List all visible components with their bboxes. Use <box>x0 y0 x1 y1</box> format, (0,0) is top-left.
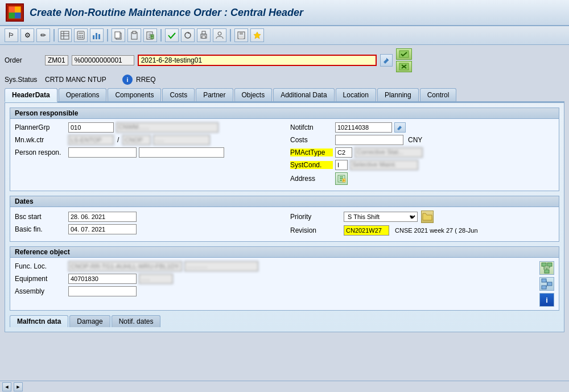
main-content: Order ZM01 %00000000001 Sys.Status CRTD … <box>0 45 569 336</box>
separator1 <box>53 29 55 42</box>
ref-navigate-btn[interactable] <box>539 277 554 291</box>
mn-wk-ctr-input1[interactable] <box>68 135 114 145</box>
sub-tab-notif-dates[interactable]: Notif. dates <box>112 315 161 327</box>
svg-rect-34 <box>202 36 205 38</box>
edit-description-btn[interactable] <box>380 54 393 67</box>
basic-fin-input[interactable] <box>68 224 137 234</box>
tab-location[interactable]: Location <box>336 88 376 101</box>
person-respon-row: Person respon. <box>15 147 279 158</box>
chart-btn[interactable] <box>90 28 104 42</box>
save-toolbar-btn[interactable] <box>234 28 248 42</box>
sys-status-label: Sys.Status <box>5 76 42 84</box>
notifctn-input[interactable] <box>335 122 392 133</box>
star-btn[interactable] <box>250 28 264 42</box>
table-btn[interactable] <box>58 28 72 42</box>
pmact-row: PMActType Corrective Stat... <box>290 147 554 158</box>
svg-point-11 <box>79 35 80 36</box>
revision-input[interactable] <box>344 225 389 236</box>
person-respon-label: Person respon. <box>15 148 66 156</box>
svg-rect-21 <box>115 32 120 38</box>
pmact-desc: Corrective Stat... <box>354 147 423 158</box>
address-btn[interactable] <box>335 172 348 185</box>
info-icon[interactable]: i <box>122 75 133 85</box>
refresh-btn[interactable] <box>181 28 195 42</box>
check-btn[interactable] <box>165 28 179 42</box>
pmact-input[interactable] <box>335 147 352 158</box>
save-btn-1[interactable] <box>396 48 412 60</box>
assembly-row: Assembly <box>15 286 523 296</box>
planner-grp-row: PlannerGrp CNWM...... <box>15 122 279 133</box>
scroll-left-btn[interactable]: ◄ <box>2 382 11 391</box>
costs-row: Costs CNY <box>290 135 554 145</box>
order-type-field[interactable]: ZM01 <box>45 55 68 65</box>
clipboard-btn[interactable] <box>127 28 141 42</box>
title-bar: Create Non-Routine Maintenance Order : C… <box>0 0 569 26</box>
mn-wk-ctr-input2[interactable] <box>122 135 151 145</box>
tab-header-data[interactable]: HeaderData <box>5 88 57 102</box>
tab-components[interactable]: Components <box>108 88 161 101</box>
basic-fin-row: Basic fin. <box>15 224 279 234</box>
ref-info-btn[interactable]: i <box>539 293 554 307</box>
svg-rect-37 <box>240 32 243 35</box>
tab-costs[interactable]: Costs <box>162 88 195 101</box>
ref-structure-btn[interactable] <box>539 261 554 275</box>
order-number-field[interactable]: %00000000001 <box>72 55 134 65</box>
edit-btn[interactable]: ✏ <box>36 28 50 42</box>
tab-control[interactable]: Control <box>420 88 457 101</box>
tab-partner[interactable]: Partner <box>196 88 233 101</box>
copy-btn[interactable] <box>112 28 125 42</box>
person-respon-input2[interactable] <box>139 147 224 158</box>
systcond-input[interactable] <box>335 160 348 170</box>
equipment-row: Equipment ..... <box>15 274 523 284</box>
bsc-start-label: Bsc start <box>15 213 66 221</box>
flag-btn[interactable]: 🏳 <box>5 28 18 42</box>
reference-title: Reference object <box>10 247 559 258</box>
dates-folder-btn[interactable] <box>421 211 434 223</box>
tab-additional-data[interactable]: Additional Data <box>273 88 334 101</box>
assembly-input[interactable] <box>68 286 137 296</box>
svg-point-16 <box>82 37 83 38</box>
scroll-right-btn[interactable]: ► <box>14 382 23 391</box>
costs-input[interactable] <box>335 135 403 145</box>
svg-rect-54 <box>545 270 549 273</box>
dates-left: Bsc start Basic fin. <box>15 212 279 237</box>
save-btn-2[interactable] <box>396 61 412 72</box>
tab-operations[interactable]: Operations <box>59 88 107 101</box>
reference-body: Func. Loc. ............ Equipment ..... … <box>10 258 559 310</box>
equipment-input[interactable] <box>68 274 137 284</box>
sys-status-value: CRTD MANC NTUP <box>45 76 119 84</box>
content-area: Person responsible PlannerGrp CNWM......… <box>5 102 564 332</box>
priority-select[interactable]: S This Shift 1 High 2 Medium 3 Low <box>344 212 418 222</box>
bsc-start-input[interactable] <box>68 212 137 222</box>
equipment-desc: ..... <box>139 274 173 284</box>
notifctn-edit-btn[interactable] <box>394 122 406 133</box>
svg-rect-23 <box>133 31 136 34</box>
svg-rect-19 <box>98 34 100 39</box>
order-description-input[interactable] <box>138 55 377 66</box>
revision-label: Revision <box>290 226 341 234</box>
tab-planning[interactable]: Planning <box>377 88 419 101</box>
planner-grp-label: PlannerGrp <box>15 123 66 131</box>
tab-objects[interactable]: Objects <box>234 88 273 101</box>
assembly-label: Assembly <box>15 287 66 295</box>
print-btn[interactable] <box>197 28 211 42</box>
person-respon-input1[interactable] <box>68 147 137 158</box>
svg-rect-38 <box>239 36 244 39</box>
mn-wk-ctr-desc: ..... <box>153 135 210 145</box>
sub-tab-damage[interactable]: Damage <box>69 315 110 327</box>
costs-label: Costs <box>290 136 333 144</box>
mn-wk-ctr-row: Mn.wk.ctr / ..... <box>15 135 279 145</box>
func-loc-input[interactable] <box>68 261 182 271</box>
calc-btn[interactable] <box>74 28 88 42</box>
priority-label: Priority <box>290 213 341 221</box>
paste-btn[interactable] <box>143 28 157 42</box>
planner-grp-input[interactable] <box>68 122 114 133</box>
sub-tab-malfnctn[interactable]: Malfnctn data <box>10 315 68 327</box>
sub-tabs: Malfnctn data Damage Notif. dates <box>10 315 559 327</box>
systcond-row: SystCond. Selective Maint. <box>290 160 554 170</box>
user-btn[interactable] <box>213 28 226 42</box>
func-loc-row: Func. Loc. ............ <box>15 261 523 271</box>
config-btn[interactable]: ⚙ <box>20 28 34 42</box>
address-row: Address <box>290 172 554 185</box>
reference-right-btns: i <box>539 261 554 307</box>
